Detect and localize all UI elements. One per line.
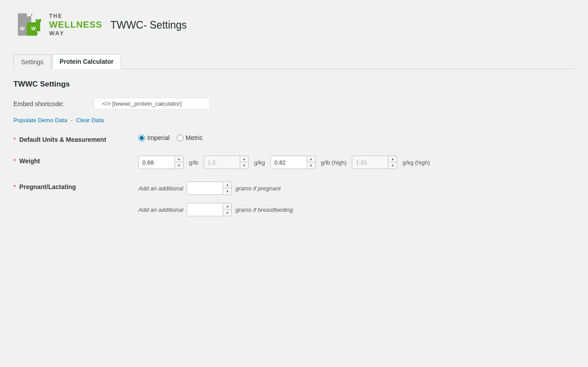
tab-protein-calculator[interactable]: Protein Calculator: [52, 54, 121, 69]
logo-text: THE WELLNESS WAY: [49, 13, 102, 37]
unit-glb-1: g/lb: [189, 159, 198, 166]
tab-settings[interactable]: Settings: [13, 54, 51, 69]
unit-glb-high: g/lb (high): [321, 159, 347, 166]
weight-high-kg-up: ▲: [388, 156, 396, 162]
pregnant-label-container: * Pregnant/Lactating: [13, 181, 129, 190]
weight-inputs: ▲ ▼ g/lb ▲ ▼ g/kg: [138, 156, 575, 169]
shortcode-field: </> [twwwc_protein_calculator]: [94, 98, 210, 110]
unit-gkg-1: g/kg: [254, 159, 265, 166]
radio-imperial-input[interactable]: [138, 135, 145, 141]
logo-container: W W THE WELLNESS WAY: [13, 9, 102, 41]
pregnant-row: Add an additional ▲ ▼ grams if pregnant: [138, 181, 575, 195]
weight-high-kg-spinners: ▲ ▼: [388, 156, 396, 169]
pregnant-grams-input: ▲ ▼: [187, 181, 232, 195]
radio-imperial-label: Imperial: [147, 134, 170, 141]
weight-high-lb-spinners: ▲ ▼: [307, 156, 315, 169]
svg-text:W: W: [31, 26, 36, 31]
weight-label: Weight: [19, 157, 40, 165]
weight-low-lb-field[interactable]: [139, 157, 175, 169]
units-radio-group: Imperial Metric: [138, 134, 575, 141]
pregnant-prefix: Add an additional: [138, 185, 183, 192]
links-row: Populate Demo Data - Clear Data: [13, 117, 575, 124]
weight-low-lb-up[interactable]: ▲: [175, 156, 183, 162]
pregnant-suffix: grams if pregnant: [235, 185, 280, 192]
main-content: TWWC Settings Embed shortcode: </> [twww…: [13, 80, 575, 224]
weight-low-lb-down[interactable]: ▼: [175, 162, 183, 169]
header: W W THE WELLNESS WAY TWWC- Settings: [13, 9, 575, 41]
radio-metric-input[interactable]: [177, 135, 183, 141]
populate-demo-data-link[interactable]: Populate Demo Data: [13, 117, 67, 124]
weight-low-kg-down: ▼: [240, 162, 248, 169]
pregnant-grams-down[interactable]: ▼: [223, 188, 231, 194]
breastfeeding-row: Add an additional ▲ ▼ grams if breastfee…: [138, 203, 575, 216]
weight-section: * Weight ▲ ▼ g/lb ▲: [13, 156, 575, 169]
required-star-weight: *: [13, 157, 16, 165]
unit-gkg-high: g/kg (high): [402, 159, 430, 166]
weight-high-kg-down: ▼: [388, 162, 396, 169]
default-units-label-container: * Default Units & Measurement: [13, 134, 129, 143]
breastfeeding-grams-spinners: ▲ ▼: [223, 203, 231, 216]
pregnant-grams-up[interactable]: ▲: [223, 182, 231, 188]
weight-low-lb-input: ▲ ▼: [138, 156, 183, 169]
weight-high-lb-input: ▲ ▼: [271, 156, 316, 169]
link-separator: -: [71, 117, 72, 124]
pregnant-label: Pregnant/Lactating: [19, 183, 76, 190]
weight-high-kg-input: ▲ ▼: [352, 156, 397, 169]
required-star-units: *: [13, 136, 16, 143]
weight-high-lb-down[interactable]: ▼: [307, 162, 315, 169]
weight-low-lb-spinners: ▲ ▼: [175, 156, 183, 169]
logo-text-way: WAY: [49, 30, 102, 37]
shortcode-value: </> [twwwc_protein_calculator]: [102, 100, 182, 107]
logo-icon: W W: [13, 9, 46, 41]
logo-text-wellness: WELLNESS: [49, 19, 102, 30]
shortcode-label: Embed shortcode:: [13, 100, 94, 107]
pregnant-section: * Pregnant/Lactating Add an additional ▲…: [13, 181, 575, 224]
pregnant-inputs: Add an additional ▲ ▼ grams if pregnant …: [129, 181, 575, 224]
weight-low-kg-input: ▲ ▼: [204, 156, 249, 169]
breastfeeding-grams-up[interactable]: ▲: [223, 203, 231, 210]
radio-imperial[interactable]: Imperial: [138, 134, 170, 141]
weight-high-lb-up[interactable]: ▲: [307, 156, 315, 162]
clear-data-link[interactable]: Clear Data: [76, 117, 104, 124]
tabs-container: Settings Protein Calculator: [13, 54, 575, 69]
weight-low-kg-field: [204, 157, 240, 169]
weight-low-kg-spinners: ▲ ▼: [240, 156, 248, 169]
weight-low-kg-up: ▲: [240, 156, 248, 162]
svg-text:W: W: [20, 26, 25, 31]
weight-label-container: * Weight: [13, 156, 129, 165]
page-wrapper: W W THE WELLNESS WAY TWWC- Settings Sett…: [0, 0, 588, 367]
weight-high-kg-field: [352, 157, 388, 169]
required-star-pregnant: *: [13, 183, 16, 190]
page-title: TWWC- Settings: [110, 19, 187, 31]
section-title: TWWC Settings: [13, 80, 575, 89]
breastfeeding-grams-down[interactable]: ▼: [223, 210, 231, 216]
radio-metric[interactable]: Metric: [177, 134, 203, 141]
default-units-label: Default Units & Measurement: [19, 136, 106, 143]
breastfeeding-prefix: Add an additional: [138, 206, 183, 213]
radio-metric-label: Metric: [186, 134, 203, 141]
breastfeeding-grams-input: ▲ ▼: [187, 203, 232, 216]
pregnant-grams-field[interactable]: [187, 182, 223, 194]
breastfeeding-suffix: grams if breastfeeding: [235, 206, 293, 213]
default-units-section: * Default Units & Measurement Imperial M…: [13, 134, 575, 143]
pregnant-grams-spinners: ▲ ▼: [223, 182, 231, 194]
shortcode-row: Embed shortcode: </> [twwwc_protein_calc…: [13, 98, 575, 110]
weight-high-lb-field[interactable]: [271, 157, 307, 169]
breastfeeding-grams-field[interactable]: [187, 204, 223, 216]
logo-text-the: THE: [49, 13, 102, 19]
